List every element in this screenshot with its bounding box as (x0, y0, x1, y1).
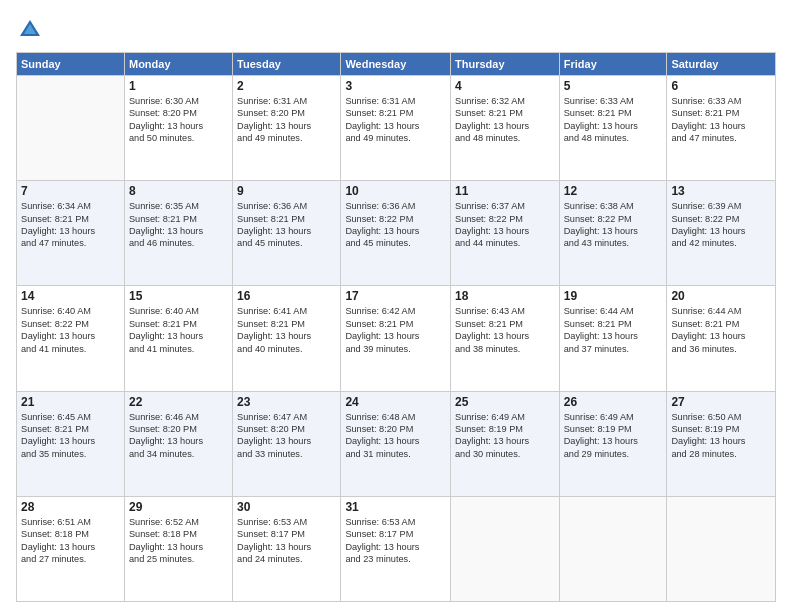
calendar-cell (667, 496, 776, 601)
calendar-cell (559, 496, 667, 601)
calendar-cell: 12Sunrise: 6:38 AM Sunset: 8:22 PM Dayli… (559, 181, 667, 286)
day-number: 31 (345, 500, 446, 514)
calendar-cell: 15Sunrise: 6:40 AM Sunset: 8:21 PM Dayli… (124, 286, 232, 391)
calendar-cell: 22Sunrise: 6:46 AM Sunset: 8:20 PM Dayli… (124, 391, 232, 496)
logo (16, 16, 48, 44)
day-number: 15 (129, 289, 228, 303)
day-info: Sunrise: 6:33 AM Sunset: 8:21 PM Dayligh… (671, 95, 771, 145)
weekday-header-wednesday: Wednesday (341, 53, 451, 76)
day-number: 25 (455, 395, 555, 409)
calendar-week-row: 1Sunrise: 6:30 AM Sunset: 8:20 PM Daylig… (17, 76, 776, 181)
calendar-cell: 3Sunrise: 6:31 AM Sunset: 8:21 PM Daylig… (341, 76, 451, 181)
day-info: Sunrise: 6:41 AM Sunset: 8:21 PM Dayligh… (237, 305, 336, 355)
calendar-cell (451, 496, 560, 601)
day-number: 24 (345, 395, 446, 409)
day-info: Sunrise: 6:31 AM Sunset: 8:20 PM Dayligh… (237, 95, 336, 145)
calendar-cell (17, 76, 125, 181)
calendar-cell: 9Sunrise: 6:36 AM Sunset: 8:21 PM Daylig… (233, 181, 341, 286)
day-info: Sunrise: 6:34 AM Sunset: 8:21 PM Dayligh… (21, 200, 120, 250)
day-info: Sunrise: 6:50 AM Sunset: 8:19 PM Dayligh… (671, 411, 771, 461)
day-info: Sunrise: 6:47 AM Sunset: 8:20 PM Dayligh… (237, 411, 336, 461)
day-number: 19 (564, 289, 663, 303)
day-number: 20 (671, 289, 771, 303)
calendar-cell: 27Sunrise: 6:50 AM Sunset: 8:19 PM Dayli… (667, 391, 776, 496)
calendar-cell: 30Sunrise: 6:53 AM Sunset: 8:17 PM Dayli… (233, 496, 341, 601)
day-info: Sunrise: 6:53 AM Sunset: 8:17 PM Dayligh… (345, 516, 446, 566)
day-info: Sunrise: 6:32 AM Sunset: 8:21 PM Dayligh… (455, 95, 555, 145)
day-info: Sunrise: 6:52 AM Sunset: 8:18 PM Dayligh… (129, 516, 228, 566)
calendar-cell: 24Sunrise: 6:48 AM Sunset: 8:20 PM Dayli… (341, 391, 451, 496)
calendar-cell: 14Sunrise: 6:40 AM Sunset: 8:22 PM Dayli… (17, 286, 125, 391)
day-info: Sunrise: 6:49 AM Sunset: 8:19 PM Dayligh… (564, 411, 663, 461)
calendar-cell: 6Sunrise: 6:33 AM Sunset: 8:21 PM Daylig… (667, 76, 776, 181)
calendar-week-row: 7Sunrise: 6:34 AM Sunset: 8:21 PM Daylig… (17, 181, 776, 286)
day-info: Sunrise: 6:51 AM Sunset: 8:18 PM Dayligh… (21, 516, 120, 566)
calendar-cell: 10Sunrise: 6:36 AM Sunset: 8:22 PM Dayli… (341, 181, 451, 286)
calendar-week-row: 28Sunrise: 6:51 AM Sunset: 8:18 PM Dayli… (17, 496, 776, 601)
day-info: Sunrise: 6:33 AM Sunset: 8:21 PM Dayligh… (564, 95, 663, 145)
day-info: Sunrise: 6:44 AM Sunset: 8:21 PM Dayligh… (671, 305, 771, 355)
day-number: 1 (129, 79, 228, 93)
day-info: Sunrise: 6:38 AM Sunset: 8:22 PM Dayligh… (564, 200, 663, 250)
calendar-cell: 7Sunrise: 6:34 AM Sunset: 8:21 PM Daylig… (17, 181, 125, 286)
day-number: 4 (455, 79, 555, 93)
weekday-header-thursday: Thursday (451, 53, 560, 76)
day-info: Sunrise: 6:40 AM Sunset: 8:21 PM Dayligh… (129, 305, 228, 355)
day-info: Sunrise: 6:36 AM Sunset: 8:21 PM Dayligh… (237, 200, 336, 250)
day-number: 28 (21, 500, 120, 514)
logo-icon (16, 16, 44, 44)
calendar-cell: 1Sunrise: 6:30 AM Sunset: 8:20 PM Daylig… (124, 76, 232, 181)
day-number: 9 (237, 184, 336, 198)
calendar-cell: 28Sunrise: 6:51 AM Sunset: 8:18 PM Dayli… (17, 496, 125, 601)
day-number: 27 (671, 395, 771, 409)
calendar-cell: 18Sunrise: 6:43 AM Sunset: 8:21 PM Dayli… (451, 286, 560, 391)
calendar-cell: 20Sunrise: 6:44 AM Sunset: 8:21 PM Dayli… (667, 286, 776, 391)
calendar-cell: 16Sunrise: 6:41 AM Sunset: 8:21 PM Dayli… (233, 286, 341, 391)
calendar-week-row: 21Sunrise: 6:45 AM Sunset: 8:21 PM Dayli… (17, 391, 776, 496)
day-number: 30 (237, 500, 336, 514)
day-number: 23 (237, 395, 336, 409)
calendar-cell: 13Sunrise: 6:39 AM Sunset: 8:22 PM Dayli… (667, 181, 776, 286)
day-info: Sunrise: 6:46 AM Sunset: 8:20 PM Dayligh… (129, 411, 228, 461)
weekday-header-tuesday: Tuesday (233, 53, 341, 76)
calendar-cell: 5Sunrise: 6:33 AM Sunset: 8:21 PM Daylig… (559, 76, 667, 181)
weekday-header-monday: Monday (124, 53, 232, 76)
calendar-table: SundayMondayTuesdayWednesdayThursdayFrid… (16, 52, 776, 602)
calendar-cell: 4Sunrise: 6:32 AM Sunset: 8:21 PM Daylig… (451, 76, 560, 181)
calendar-cell: 26Sunrise: 6:49 AM Sunset: 8:19 PM Dayli… (559, 391, 667, 496)
calendar-cell: 2Sunrise: 6:31 AM Sunset: 8:20 PM Daylig… (233, 76, 341, 181)
day-info: Sunrise: 6:35 AM Sunset: 8:21 PM Dayligh… (129, 200, 228, 250)
day-number: 22 (129, 395, 228, 409)
calendar-cell: 8Sunrise: 6:35 AM Sunset: 8:21 PM Daylig… (124, 181, 232, 286)
weekday-header-saturday: Saturday (667, 53, 776, 76)
weekday-header-friday: Friday (559, 53, 667, 76)
day-number: 12 (564, 184, 663, 198)
day-info: Sunrise: 6:42 AM Sunset: 8:21 PM Dayligh… (345, 305, 446, 355)
day-number: 10 (345, 184, 446, 198)
day-number: 8 (129, 184, 228, 198)
calendar-cell: 29Sunrise: 6:52 AM Sunset: 8:18 PM Dayli… (124, 496, 232, 601)
day-number: 6 (671, 79, 771, 93)
day-number: 5 (564, 79, 663, 93)
day-info: Sunrise: 6:40 AM Sunset: 8:22 PM Dayligh… (21, 305, 120, 355)
day-number: 2 (237, 79, 336, 93)
day-info: Sunrise: 6:44 AM Sunset: 8:21 PM Dayligh… (564, 305, 663, 355)
day-info: Sunrise: 6:31 AM Sunset: 8:21 PM Dayligh… (345, 95, 446, 145)
day-info: Sunrise: 6:43 AM Sunset: 8:21 PM Dayligh… (455, 305, 555, 355)
day-number: 7 (21, 184, 120, 198)
day-info: Sunrise: 6:48 AM Sunset: 8:20 PM Dayligh… (345, 411, 446, 461)
day-number: 17 (345, 289, 446, 303)
calendar-week-row: 14Sunrise: 6:40 AM Sunset: 8:22 PM Dayli… (17, 286, 776, 391)
day-number: 11 (455, 184, 555, 198)
calendar-cell: 31Sunrise: 6:53 AM Sunset: 8:17 PM Dayli… (341, 496, 451, 601)
calendar-cell: 23Sunrise: 6:47 AM Sunset: 8:20 PM Dayli… (233, 391, 341, 496)
day-number: 21 (21, 395, 120, 409)
day-number: 3 (345, 79, 446, 93)
day-number: 29 (129, 500, 228, 514)
header (16, 16, 776, 44)
weekday-header-row: SundayMondayTuesdayWednesdayThursdayFrid… (17, 53, 776, 76)
day-info: Sunrise: 6:36 AM Sunset: 8:22 PM Dayligh… (345, 200, 446, 250)
weekday-header-sunday: Sunday (17, 53, 125, 76)
day-info: Sunrise: 6:37 AM Sunset: 8:22 PM Dayligh… (455, 200, 555, 250)
day-number: 16 (237, 289, 336, 303)
